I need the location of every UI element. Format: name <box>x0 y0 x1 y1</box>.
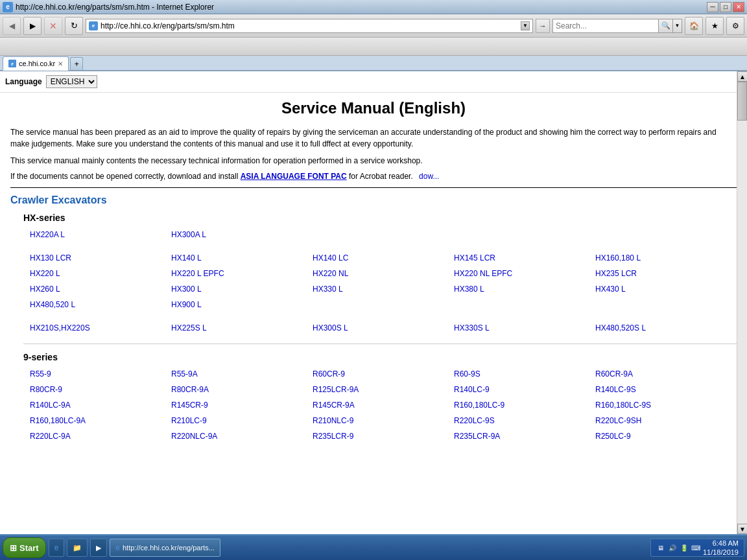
model-r160180lc9a[interactable]: R160,180LC-9A <box>30 414 171 427</box>
refresh-button[interactable]: ↻ <box>65 17 83 35</box>
taskbar-media-icon: ▶ <box>96 544 101 552</box>
model-r559[interactable]: R55-9 <box>30 368 171 380</box>
model-r125lcr9a[interactable]: R125LCR-9A <box>313 383 454 396</box>
tab-ie-icon: e <box>8 60 16 67</box>
model-r220lc9sh[interactable]: R220LC-9SH <box>595 414 737 427</box>
download-link[interactable]: dow... <box>419 172 439 181</box>
favorites-button[interactable]: ★ <box>706 17 724 35</box>
home-button[interactable]: 🏠 <box>685 17 703 35</box>
model-hx220l[interactable]: HX220 L <box>30 267 171 280</box>
model-hx330l[interactable]: HX330 L <box>313 283 454 296</box>
model-hx480520l[interactable]: HX480,520 L <box>30 298 171 311</box>
model-hx235lcr[interactable]: HX235 LCR <box>595 267 737 280</box>
forward-button[interactable]: ▶ <box>23 17 42 35</box>
model-r140lc9a[interactable]: R140LC-9A <box>30 399 171 412</box>
model-hx130lcr[interactable]: HX130 LCR <box>30 251 171 264</box>
intro-text-2: This service manual mainly contents the … <box>10 155 737 167</box>
model-hx220lepfc[interactable]: HX220 L EPFC <box>171 267 313 280</box>
taskbar: ⊞ Start e 📁 ▶ e http://ce.hhi.co.kr/eng/… <box>0 534 747 560</box>
model-r145cr9[interactable]: R145CR-9 <box>171 399 313 412</box>
model-r80cr9a[interactable]: R80CR-9A <box>171 383 313 396</box>
tab-main[interactable]: e ce.hhi.co.kr ✕ <box>3 56 69 71</box>
maximize-button[interactable]: □ <box>720 2 731 12</box>
start-button[interactable]: ⊞ Start <box>3 537 46 558</box>
model-r160180lc9s[interactable]: R160,180LC-9S <box>595 399 737 412</box>
scroll-thumb[interactable] <box>737 82 747 121</box>
taskbar-icon-media[interactable]: ▶ <box>90 539 107 557</box>
model-r220lc9a[interactable]: R220LC-9A <box>30 430 171 443</box>
model-r140lc9s[interactable]: R140LC-9S <box>595 383 737 396</box>
nine-series-name: 9-series <box>23 352 737 362</box>
scrollbar: ▲ ▼ <box>737 71 747 534</box>
scroll-down-arrow[interactable]: ▼ <box>737 524 747 534</box>
minimize-button[interactable]: ─ <box>707 2 718 12</box>
taskbar-icon-ie[interactable]: e <box>49 539 65 557</box>
model-hx145lcr[interactable]: HX145 LCR <box>454 251 595 264</box>
clock-time: 6:48 AM <box>703 539 739 548</box>
model-hx140lc[interactable]: HX140 LC <box>313 251 454 264</box>
model-r80cr9[interactable]: R80CR-9 <box>30 383 171 396</box>
model-r609s[interactable]: R60-9S <box>454 368 595 380</box>
model-r160180lc9[interactable]: R160,180LC-9 <box>454 399 595 412</box>
start-label: Start <box>19 543 39 553</box>
model-hx300al[interactable]: HX300A L <box>171 228 313 241</box>
stop-button[interactable]: ✕ <box>44 17 62 35</box>
crawler-excavators-title: Crawler Excavators <box>10 194 737 206</box>
tab-label: ce.hhi.co.kr <box>19 60 55 67</box>
language-label: Language <box>5 77 42 86</box>
scroll-track[interactable] <box>737 82 747 524</box>
model-hx300l[interactable]: HX300 L <box>171 283 313 296</box>
title-bar-controls: ─ □ ✕ <box>707 2 744 12</box>
font-note-post: for Acrobat reader. <box>347 172 413 181</box>
model-r145cr9a[interactable]: R145CR-9A <box>313 399 454 412</box>
system-tray: 🖥 🔊 🔋 ⌨ 6:48 AM 11/18/2019 <box>650 539 744 557</box>
model-r140lc9[interactable]: R140LC-9 <box>454 383 595 396</box>
tools-button[interactable]: ⚙ <box>726 17 744 35</box>
taskbar-icon-folder[interactable]: 📁 <box>67 539 88 557</box>
language-select[interactable]: ENGLISH <box>46 75 97 88</box>
model-hx430l[interactable]: HX430 L <box>595 283 737 296</box>
url-text: http://ce.hhi.co.kr/eng/parts/sm/sm.htm <box>101 21 518 30</box>
search-input[interactable] <box>553 19 658 32</box>
search-dropdown[interactable]: ▼ <box>672 19 682 32</box>
model-hx160180l[interactable]: HX160,180 L <box>595 251 737 264</box>
model-hx330sl[interactable]: HX330S L <box>454 321 595 334</box>
model-hx220nlepfc[interactable]: HX220 NL EPFC <box>454 267 595 280</box>
model-hx225sl[interactable]: HX225S L <box>171 321 313 334</box>
model-hx210s220s[interactable]: HX210S,HX220S <box>30 321 171 334</box>
model-hx140l[interactable]: HX140 L <box>171 251 313 264</box>
search-button[interactable]: 🔍 <box>658 19 672 32</box>
model-r235lcr9a[interactable]: R235LCR-9A <box>454 430 595 443</box>
hx-series-name: HX-series <box>23 213 737 223</box>
model-r60cr9a[interactable]: R60CR-9A <box>595 368 737 380</box>
model-r559a[interactable]: R55-9A <box>171 368 313 380</box>
hx-series-container: HX-series HX220A L HX300A L HX130 LCR HX… <box>10 213 737 443</box>
go-button[interactable]: → <box>536 19 550 33</box>
model-hx260l[interactable]: HX260 L <box>30 283 171 296</box>
model-r220nlc9a[interactable]: R220NLC-9A <box>171 430 313 443</box>
model-hx220al[interactable]: HX220A L <box>30 228 171 241</box>
model-hx300sl[interactable]: HX300S L <box>313 321 454 334</box>
model-r250lc9[interactable]: R250LC-9 <box>595 430 737 443</box>
model-hx220nl[interactable]: HX220 NL <box>313 267 454 280</box>
model-hx900l[interactable]: HX900 L <box>171 298 313 311</box>
tab-close-button[interactable]: ✕ <box>58 60 63 67</box>
model-hx380l[interactable]: HX380 L <box>454 283 595 296</box>
model-r210lc9[interactable]: R210LC-9 <box>171 414 313 427</box>
page-title: Service Manual (English) <box>10 99 737 117</box>
font-link[interactable]: ASIA LANGUAGE FONT PAC <box>241 172 347 181</box>
back-button[interactable]: ◀ <box>3 17 21 35</box>
model-r210nlc9[interactable]: R210NLC-9 <box>313 414 454 427</box>
model-r60cr9[interactable]: R60CR-9 <box>313 368 454 380</box>
taskbar-ie-window[interactable]: e http://ce.hhi.co.kr/eng/parts... <box>110 539 220 557</box>
taskbar-folder-icon: 📁 <box>73 544 82 552</box>
new-tab-button[interactable]: + <box>70 57 83 70</box>
address-dropdown[interactable]: ▼ <box>521 21 530 30</box>
close-button[interactable]: ✕ <box>733 2 744 12</box>
model-hx480520sl[interactable]: HX480,520S L <box>595 321 737 334</box>
scroll-up-arrow[interactable]: ▲ <box>737 71 747 82</box>
tray-keyboard-icon: ⌨ <box>691 543 700 552</box>
model-r220lc9s[interactable]: R220LC-9S <box>454 414 595 427</box>
language-bar: Language ENGLISH <box>0 71 747 93</box>
model-r235lcr9[interactable]: R235LCR-9 <box>313 430 454 443</box>
